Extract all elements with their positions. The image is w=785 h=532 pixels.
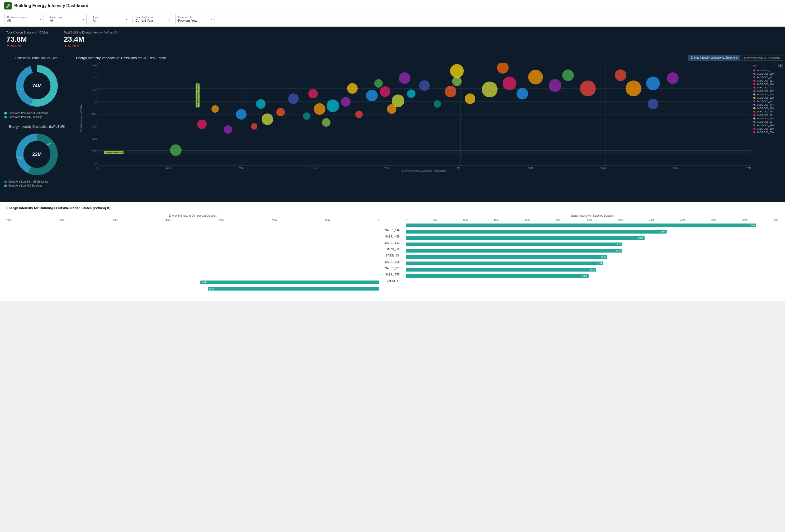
- app-logo: [4, 2, 11, 9]
- scatter-bubble: [327, 100, 339, 112]
- scatter-legend-label: SAES-DC1_132: [757, 97, 774, 99]
- scatter-panel: Energy Intensity Variance vs. Emissions …: [74, 52, 785, 198]
- app-header: Building Energy Intensity Dashboard: [0, 0, 785, 12]
- scatter-legend-item: SAES-DC1_198: [753, 124, 783, 127]
- y-label-5: 600k: [86, 125, 97, 128]
- scatter-bubble: [251, 123, 257, 130]
- main-content: Total Carbon Emissions (tCO2e) 73.8M ▼-5…: [0, 27, 785, 301]
- scatter-legend-label: SAES-DC1_100: [757, 73, 774, 75]
- bottom-title: Energy Intensity for Buildings Outside U…: [6, 206, 779, 210]
- scatter-legend-dot: [753, 94, 755, 96]
- scatter-legend-item: SAES-DC1_199: [753, 127, 783, 130]
- x-label-7: 2.8M: [600, 167, 606, 170]
- filter-asset[interactable]: Asset All ▾: [90, 14, 129, 24]
- x-label-8: 3.2M: [673, 167, 678, 170]
- scatter-bubble: [503, 77, 516, 90]
- y-label-1: 1.4M: [86, 76, 97, 79]
- kpi-carbon-emissions: Total Carbon Emissions (tCO2e) 73.8M ▼-5…: [6, 31, 48, 48]
- bar-center-row: [379, 284, 406, 290]
- scatter-legend-label: SAES-DC1_19: [757, 121, 772, 123]
- filter-compare-to[interactable]: Compare To Previous Year ▾: [175, 14, 215, 24]
- scatter-legend-label: SAES-DC1_150: [757, 107, 774, 109]
- x-label-1: 400k: [166, 167, 171, 170]
- bar-left-row: 322k: [6, 286, 379, 292]
- scatter-bubble: [392, 95, 404, 107]
- emissions-donut-legend: Emissions from Non-US Buildings Emission…: [4, 111, 70, 119]
- app-title: Building Energy Intensity Dashboard: [14, 3, 88, 8]
- scatter-legend-dot: [753, 90, 755, 92]
- scatter-legend-label: SAES-DC1_154: [757, 110, 774, 113]
- bar-fill-right: 419k: [406, 230, 667, 233]
- bar-center-row: SAES1_425: [379, 233, 406, 239]
- asset-filter-button[interactable]: ▼: [778, 64, 783, 68]
- filter-asset-type[interactable]: Asset Type All ▾: [47, 14, 86, 24]
- kpi-carbon-label: Total Carbon Emissions (tCO2e): [6, 31, 48, 34]
- bar-fill-right: 564k: [406, 224, 757, 227]
- scatter-legend-dot: [753, 86, 755, 88]
- scatter-legend-item: SAES-DC1_11: [753, 76, 783, 79]
- filter-label-asset-type: Asset Type: [50, 16, 84, 19]
- scatter-bubble: [380, 86, 390, 97]
- scatter-bubble: [399, 72, 410, 84]
- scatter-legend-dot: [753, 118, 755, 120]
- scatter-bubble: [355, 110, 363, 118]
- x-label-9: 3.6M: [746, 167, 751, 170]
- bar-center-row: SAES1_575: [379, 271, 406, 278]
- chevron-down-icon-2: ▾: [126, 18, 127, 21]
- scatter-bubble: [197, 120, 207, 129]
- bar-right-panel: Energy Intensity in Selected Duration 0 …: [406, 214, 779, 297]
- y-label-8: 0: [86, 162, 97, 165]
- bar-left-row: [6, 254, 379, 260]
- scatter-bubble: [276, 108, 285, 117]
- scatter-bubble: [322, 118, 330, 127]
- bar-fill-right: 325k: [406, 255, 607, 259]
- bar-fill-right: 293k: [406, 274, 589, 278]
- scatter-bubble: [236, 109, 247, 120]
- bar-fill-left: 334k: [200, 280, 379, 284]
- scatter-header: Energy Intensity Variance vs. Emissions …: [76, 55, 783, 61]
- x-label-2: 800k: [238, 167, 244, 170]
- grid-h-0: [97, 63, 751, 63]
- scatter-y-axis-container: Total Emissions (tCO2e): [76, 63, 86, 172]
- energy-donut-legend: Emissions from Non-US Buildings Emission…: [4, 180, 70, 187]
- x-label-5: 2M: [457, 167, 460, 170]
- scatter-legend-label: SAES-DC1_0: [757, 69, 771, 72]
- scatter-bubble: [347, 83, 358, 94]
- bar-center-row: [379, 290, 406, 297]
- legend-item-us-emissions: Emissions from US Buildings: [4, 116, 70, 119]
- y-label-6: 400k: [86, 137, 97, 140]
- filter-selected-period[interactable]: Selected Period Current Year ▾: [132, 14, 172, 24]
- scatter-tab-variance[interactable]: Energy Intensity Variance vs. Emissions: [688, 55, 740, 61]
- chevron-down-icon-3: ▾: [169, 18, 170, 21]
- scatter-bubble: [528, 70, 543, 84]
- scatter-legend-item: SAES-DC1_114: [753, 83, 783, 85]
- scatter-tab-intensity[interactable]: Energy Intensity vs. Emissions: [741, 55, 783, 61]
- legend-label-nonus-energy: Emissions from Non-US Buildings: [8, 180, 48, 183]
- bar-left-axis-title: Energy Intensity in Comparison Duration: [6, 214, 379, 217]
- x-label-4: 1.6M: [384, 167, 389, 170]
- bar-left-row: [6, 242, 379, 247]
- y-label-2: 1.2M: [86, 88, 97, 91]
- legend-dot-us-energy: [4, 184, 7, 187]
- filter-label-asset: Asset: [93, 16, 126, 19]
- bar-left-row: [6, 260, 379, 266]
- filter-business-region[interactable]: Business Region All ▾: [4, 14, 44, 24]
- bar-right-val: 305k: [590, 269, 595, 271]
- emissions-donut-title: Emissions Distribution (tCO2e): [4, 56, 70, 60]
- scatter-legend-label: SAES-DC1_127: [757, 90, 774, 92]
- scatter-bubble: [211, 105, 219, 113]
- scatter-bubble: [445, 86, 456, 97]
- scatter-bubble: [170, 144, 182, 156]
- bar-right-val: 317k: [597, 262, 603, 265]
- bar-left-row: [6, 229, 379, 235]
- scatter-legend-label: SAES-DC1_181: [757, 114, 774, 117]
- bar-left-row: [6, 248, 379, 254]
- scatter-bubble: [667, 72, 679, 84]
- y-label-0: 1.6M: [86, 64, 97, 67]
- scatter-bubble: [482, 81, 498, 97]
- scatter-legend-label: SAES-DC1_114: [757, 83, 774, 85]
- bar-right-axis-labels: 0 50k 100k 150k 200k 250k 300k 350k 400k…: [406, 219, 779, 221]
- scatter-legend-item: SAES-DC1_181: [753, 114, 783, 117]
- scatter-bubble: [646, 77, 660, 90]
- scatter-bubble: [450, 64, 464, 78]
